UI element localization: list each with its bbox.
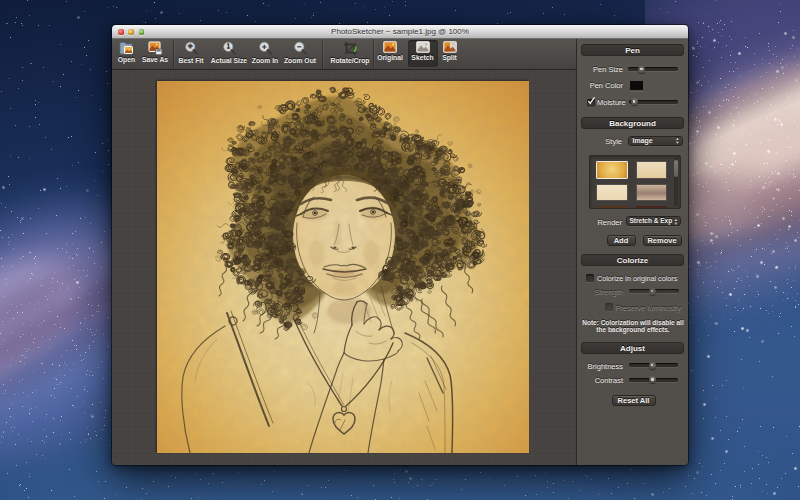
svg-text:✳: ✳ (187, 43, 193, 50)
svg-text:1: 1 (226, 43, 230, 50)
